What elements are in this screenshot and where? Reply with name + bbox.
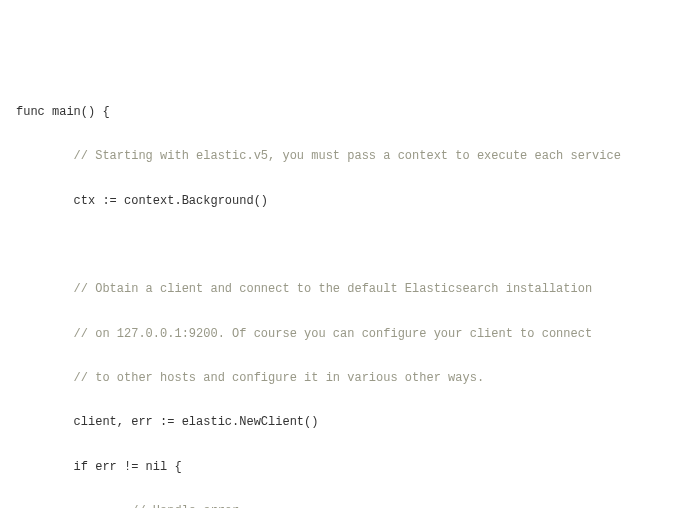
code-comment: // Obtain a client and connect to the de… — [16, 278, 670, 300]
code-comment: // on 127.0.0.1:9200. Of course you can … — [16, 323, 670, 345]
code-line: client, err := elastic.NewClient() — [16, 411, 670, 433]
code-comment: // Handle error — [16, 500, 670, 508]
code-comment: // Starting with elastic.v5, you must pa… — [16, 145, 670, 167]
code-line: ctx := context.Background() — [16, 190, 670, 212]
code-line: if err != nil { — [16, 456, 670, 478]
code-comment: // to other hosts and configure it in va… — [16, 367, 670, 389]
blank-line — [16, 234, 670, 256]
code-line: func main() { — [16, 101, 670, 123]
